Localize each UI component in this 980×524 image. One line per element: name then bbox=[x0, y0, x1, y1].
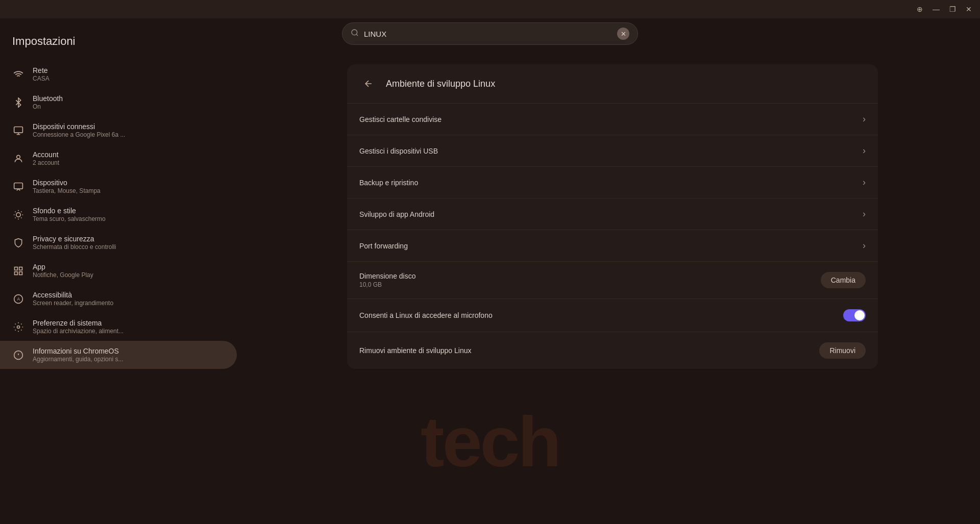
settings-row-left-microfono-linux: Consenti a Linux di accedere al microfon… bbox=[359, 311, 493, 319]
dimensione-disco-button[interactable]: Cambia bbox=[821, 272, 866, 288]
sidebar-item-app[interactable]: App Notifiche, Google Play bbox=[0, 257, 237, 285]
sidebar-sublabel-account: 2 account bbox=[33, 159, 59, 166]
svg-point-3 bbox=[17, 155, 20, 159]
settings-list: Gestisci cartelle condivise › Gestisci i… bbox=[347, 104, 878, 369]
sidebar-sublabel-sfondo-stile: Tema scuro, salvaschermo bbox=[33, 215, 106, 222]
sidebar-text-privacy-sicurezza: Privacy e sicurezza Schermata di blocco … bbox=[33, 235, 116, 251]
settings-row-dimensione-disco[interactable]: Dimensione disco 10,0 GB Cambia bbox=[347, 262, 878, 299]
settings-row-left-gestisci-cartelle: Gestisci cartelle condivise bbox=[359, 115, 442, 123]
info-icon bbox=[12, 349, 24, 361]
sidebar-item-bluetooth[interactable]: Bluetooth On bbox=[0, 88, 237, 116]
sidebar-sublabel-informazioni-chromeos: Aggiornamenti, guida, opzioni s... bbox=[33, 356, 123, 363]
search-icon bbox=[351, 29, 359, 39]
settings-row-left-sviluppo-android: Sviluppo di app Android bbox=[359, 210, 434, 218]
sidebar-label-accessibilita: Accessibilità bbox=[33, 291, 113, 299]
sidebar-sublabel-rete: CASA bbox=[33, 75, 50, 82]
card-header: Ambiente di sviluppo Linux bbox=[347, 64, 878, 104]
settings-row-gestisci-usb[interactable]: Gestisci i dispositivi USB › bbox=[347, 135, 878, 167]
sidebar-item-rete[interactable]: Rete CASA bbox=[0, 60, 237, 88]
titlebar: ⊕ — ❐ ✕ bbox=[0, 0, 980, 18]
settings-row-label-dimensione-disco: Dimensione disco bbox=[359, 272, 416, 280]
svg-rect-9 bbox=[19, 271, 22, 275]
maximize-button[interactable]: ❐ bbox=[945, 2, 960, 16]
sidebar-text-dispositivi-connessi: Dispositivi connessi Connessione a Googl… bbox=[33, 122, 125, 138]
settings-row-label-microfono-linux: Consenti a Linux di accedere al microfon… bbox=[359, 311, 493, 319]
search-clear-button[interactable]: ✕ bbox=[617, 28, 629, 40]
sidebar-text-bluetooth: Bluetooth On bbox=[33, 94, 63, 110]
sidebar-item-account[interactable]: Account 2 account bbox=[0, 144, 237, 172]
settings-row-right-backup-ripristino: › bbox=[863, 177, 866, 188]
chevron-right-icon: › bbox=[863, 177, 866, 188]
rimuovi-linux-button[interactable]: Rimuovi bbox=[819, 342, 866, 359]
settings-row-right-gestisci-cartelle: › bbox=[863, 114, 866, 124]
settings-row-backup-ripristino[interactable]: Backup e ripristino › bbox=[347, 167, 878, 198]
settings-row-label-port-forwarding: Port forwarding bbox=[359, 242, 408, 250]
svg-rect-6 bbox=[15, 267, 18, 270]
sidebar-item-privacy-sicurezza[interactable]: Privacy e sicurezza Schermata di blocco … bbox=[0, 229, 237, 257]
svg-rect-7 bbox=[19, 267, 22, 270]
devices-icon bbox=[12, 124, 24, 137]
apps-icon bbox=[12, 265, 24, 277]
sidebar-sublabel-dispositivi-connessi: Connessione a Google Pixel 6a ... bbox=[33, 131, 125, 138]
svg-point-12 bbox=[17, 326, 20, 328]
back-button[interactable] bbox=[359, 74, 378, 93]
sidebar-sublabel-app: Notifiche, Google Play bbox=[33, 271, 93, 279]
svg-point-5 bbox=[16, 212, 20, 216]
account-icon bbox=[12, 153, 24, 165]
style-icon bbox=[12, 209, 24, 221]
prefs-icon bbox=[12, 321, 24, 333]
chevron-right-icon: › bbox=[863, 209, 866, 219]
settings-row-left-gestisci-usb: Gestisci i dispositivi USB bbox=[359, 147, 438, 155]
minimize-button[interactable]: — bbox=[929, 2, 943, 16]
wifi-icon bbox=[12, 68, 24, 81]
sidebar-text-preferenze-sistema: Preferenze di sistema Spazio di archivia… bbox=[33, 319, 124, 335]
search-bar: ✕ bbox=[342, 22, 638, 45]
settings-row-gestisci-cartelle[interactable]: Gestisci cartelle condivise › bbox=[347, 104, 878, 135]
chevron-right-icon: › bbox=[863, 114, 866, 124]
sidebar-item-preferenze-sistema[interactable]: Preferenze di sistema Spazio di archivia… bbox=[0, 313, 237, 341]
settings-row-sublabel-dimensione-disco: 10,0 GB bbox=[359, 281, 416, 288]
sidebar-item-accessibilita[interactable]: A Accessibilità Screen reader, ingrandim… bbox=[0, 285, 237, 313]
close-button[interactable]: ✕ bbox=[962, 2, 976, 16]
svg-text:A: A bbox=[17, 296, 20, 302]
settings-row-sviluppo-android[interactable]: Sviluppo di app Android › bbox=[347, 198, 878, 230]
settings-row-port-forwarding[interactable]: Port forwarding › bbox=[347, 230, 878, 262]
settings-row-right-microfono-linux bbox=[843, 309, 866, 321]
svg-rect-8 bbox=[15, 271, 18, 275]
access-icon: A bbox=[12, 293, 24, 305]
privacy-icon bbox=[12, 237, 24, 249]
settings-row-left-dimensione-disco: Dimensione disco 10,0 GB bbox=[359, 272, 416, 288]
sidebar-text-rete: Rete CASA bbox=[33, 66, 50, 82]
sidebar-sublabel-bluetooth: On bbox=[33, 103, 63, 110]
sidebar-item-dispositivi-connessi[interactable]: Dispositivi connessi Connessione a Googl… bbox=[0, 116, 237, 144]
sidebar-sublabel-dispositivo: Tastiera, Mouse, Stampa bbox=[33, 187, 101, 194]
sidebar-label-rete: Rete bbox=[33, 66, 50, 74]
sidebar-item-informazioni-chromeos[interactable]: Informazioni su ChromeOS Aggiornamenti, … bbox=[0, 341, 237, 369]
settings-row-left-port-forwarding: Port forwarding bbox=[359, 242, 408, 250]
sidebar-label-informazioni-chromeos: Informazioni su ChromeOS bbox=[33, 347, 123, 355]
sidebar-text-sfondo-stile: Sfondo e stile Tema scuro, salvaschermo bbox=[33, 207, 106, 222]
settings-row-label-sviluppo-android: Sviluppo di app Android bbox=[359, 210, 434, 218]
sidebar-label-bluetooth: Bluetooth bbox=[33, 94, 63, 103]
microfono-linux-toggle[interactable] bbox=[843, 309, 866, 321]
main-panel: Ambiente di sviluppo Linux Gestisci cart… bbox=[245, 18, 980, 524]
sidebar-label-preferenze-sistema: Preferenze di sistema bbox=[33, 319, 124, 327]
settings-row-rimuovi-linux[interactable]: Rimuovi ambiente di sviluppo Linux Rimuo… bbox=[347, 332, 878, 369]
sidebar-sublabel-privacy-sicurezza: Schermata di blocco e controlli bbox=[33, 243, 116, 251]
svg-rect-0 bbox=[14, 127, 23, 133]
settings-row-label-rimuovi-linux: Rimuovi ambiente di sviluppo Linux bbox=[359, 346, 471, 355]
sidebar-text-app: App Notifiche, Google Play bbox=[33, 263, 93, 279]
search-container: ✕ bbox=[342, 22, 638, 45]
sidebar-text-informazioni-chromeos: Informazioni su ChromeOS Aggiornamenti, … bbox=[33, 347, 123, 363]
sidebar-item-sfondo-stile[interactable]: Sfondo e stile Tema scuro, salvaschermo bbox=[0, 201, 237, 229]
app-container: Impostazioni Rete CASA Bluetooth On Disp… bbox=[0, 18, 980, 524]
settings-row-right-gestisci-usb: › bbox=[863, 145, 866, 156]
sidebar-label-sfondo-stile: Sfondo e stile bbox=[33, 207, 106, 215]
zoom-button[interactable]: ⊕ bbox=[913, 2, 927, 16]
search-input[interactable] bbox=[364, 30, 612, 38]
sidebar-label-app: App bbox=[33, 263, 93, 271]
settings-row-microfono-linux[interactable]: Consenti a Linux di accedere al microfon… bbox=[347, 299, 878, 332]
chevron-right-icon: › bbox=[863, 240, 866, 251]
sidebar-item-dispositivo[interactable]: Dispositivo Tastiera, Mouse, Stampa bbox=[0, 172, 237, 201]
sidebar-title: Impostazioni bbox=[0, 27, 245, 60]
